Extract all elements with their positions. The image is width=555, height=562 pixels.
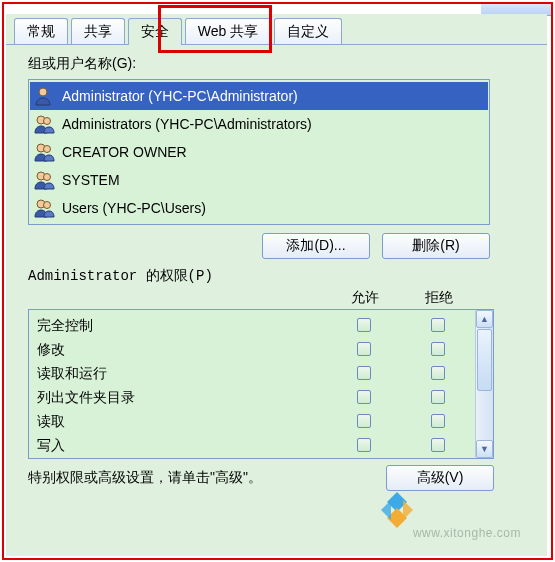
deny-checkbox[interactable] xyxy=(431,438,445,452)
users-icon xyxy=(34,142,56,162)
svg-point-8 xyxy=(44,202,51,209)
deny-checkbox[interactable] xyxy=(431,366,445,380)
list-item[interactable]: Administrator (YHC-PC\Administrator) xyxy=(30,82,488,110)
column-allow: 允许 xyxy=(328,289,402,307)
deny-checkbox[interactable] xyxy=(431,414,445,428)
permissions-label: Administrator 的权限(P) xyxy=(28,267,531,285)
deny-checkbox[interactable] xyxy=(431,318,445,332)
allow-checkbox[interactable] xyxy=(357,390,371,404)
scrollbar[interactable]: ▲ ▼ xyxy=(475,310,493,458)
scroll-down-icon[interactable]: ▼ xyxy=(476,440,493,458)
users-icon xyxy=(34,198,56,218)
column-deny: 拒绝 xyxy=(402,289,476,307)
users-icon xyxy=(34,114,56,134)
permission-name: 写入 xyxy=(37,437,327,455)
watermark-text: www.xitonghe.com xyxy=(413,526,521,540)
svg-marker-9 xyxy=(387,492,407,512)
list-item-label: Administrator (YHC-PC\Administrator) xyxy=(62,88,298,104)
list-item[interactable]: CREATOR OWNER xyxy=(30,138,488,166)
permissions-box: 完全控制 修改 读取和运行 列出文件夹目 xyxy=(28,309,494,459)
advanced-button[interactable]: 高级(V) xyxy=(386,465,494,491)
allow-checkbox[interactable] xyxy=(357,318,371,332)
allow-checkbox[interactable] xyxy=(357,342,371,356)
footer-text: 特别权限或高级设置，请单击"高级"。 xyxy=(28,469,380,487)
table-row: 列出文件夹目录 xyxy=(37,386,475,410)
svg-point-6 xyxy=(44,174,51,181)
allow-checkbox[interactable] xyxy=(357,366,371,380)
permission-name: 修改 xyxy=(37,341,327,359)
tab-strip: 常规 共享 安全 Web 共享 自定义 xyxy=(6,14,547,44)
tab-security[interactable]: 安全 xyxy=(128,18,182,45)
svg-point-2 xyxy=(44,118,51,125)
table-row: 读取 xyxy=(37,410,475,434)
svg-point-4 xyxy=(44,146,51,153)
groups-list[interactable]: Administrator (YHC-PC\Administrator) Adm… xyxy=(28,79,490,225)
allow-checkbox[interactable] xyxy=(357,438,371,452)
remove-button[interactable]: 删除(R) xyxy=(382,233,490,259)
watermark-logo-icon xyxy=(377,490,417,530)
table-row: 完全控制 xyxy=(37,314,475,338)
svg-point-0 xyxy=(39,88,47,96)
permission-name: 列出文件夹目录 xyxy=(37,389,327,407)
svg-marker-10 xyxy=(387,508,407,528)
list-item[interactable]: Administrators (YHC-PC\Administrators) xyxy=(30,110,488,138)
list-item-label: SYSTEM xyxy=(62,172,120,188)
table-row: 修改 xyxy=(37,338,475,362)
svg-marker-12 xyxy=(403,500,413,520)
tab-web-sharing[interactable]: Web 共享 xyxy=(185,18,271,45)
add-button[interactable]: 添加(D)... xyxy=(262,233,370,259)
deny-checkbox[interactable] xyxy=(431,390,445,404)
list-item-label: Users (YHC-PC\Users) xyxy=(62,200,206,216)
permission-name: 读取和运行 xyxy=(37,365,327,383)
allow-checkbox[interactable] xyxy=(357,414,371,428)
scroll-thumb[interactable] xyxy=(477,329,492,391)
permissions-header: 允许 拒绝 xyxy=(28,289,494,307)
groups-label: 组或用户名称(G): xyxy=(28,55,531,73)
list-item[interactable]: SYSTEM xyxy=(30,166,488,194)
user-icon xyxy=(34,86,56,106)
tab-general[interactable]: 常规 xyxy=(14,18,68,45)
list-item-label: CREATOR OWNER xyxy=(62,144,187,160)
list-item[interactable]: Users (YHC-PC\Users) xyxy=(30,194,488,222)
list-item-label: Administrators (YHC-PC\Administrators) xyxy=(62,116,312,132)
svg-marker-11 xyxy=(381,500,391,520)
permission-name: 完全控制 xyxy=(37,317,327,335)
table-row: 写入 xyxy=(37,434,475,458)
table-row: 读取和运行 xyxy=(37,362,475,386)
scroll-up-icon[interactable]: ▲ xyxy=(476,310,493,328)
tab-sharing[interactable]: 共享 xyxy=(71,18,125,45)
tab-customize[interactable]: 自定义 xyxy=(274,18,342,45)
deny-checkbox[interactable] xyxy=(431,342,445,356)
permission-name: 读取 xyxy=(37,413,327,431)
users-icon xyxy=(34,170,56,190)
